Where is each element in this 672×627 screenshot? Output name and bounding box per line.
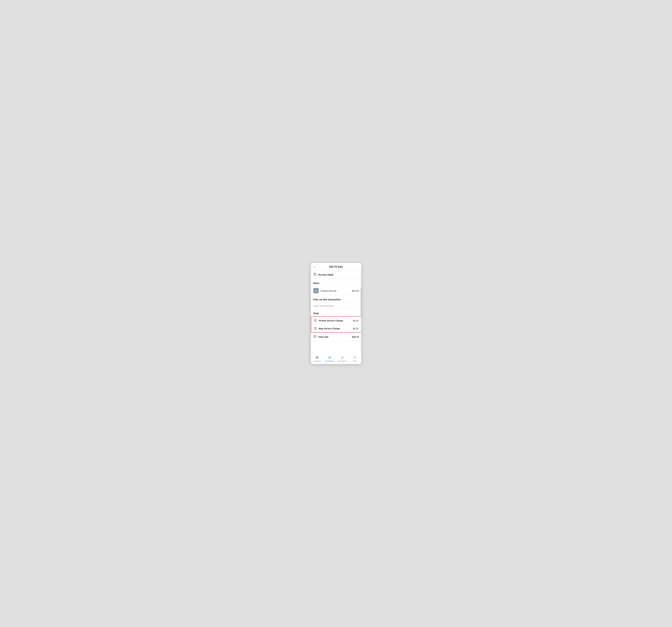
total-title: Total (313, 312, 359, 315)
receipt-list-icon (313, 273, 316, 277)
svg-rect-10 (314, 335, 316, 338)
bag-charge-label: Bag Service Charge (319, 327, 351, 330)
nav-item-notifications[interactable]: Notifications (336, 355, 349, 363)
receipt-row[interactable]: Receipt #5geE (311, 271, 361, 279)
plus-box-icon-1 (314, 319, 317, 322)
content-wrapper: Receipt #5geE Items Cu Custom Amount $10… (311, 271, 361, 354)
transactions-label: Transactions (325, 360, 334, 362)
item-name: Custom Amount (320, 289, 350, 292)
bag-charge-row: Bag Service Charge $0.50 (311, 325, 361, 332)
item-badge: Cu (313, 288, 319, 293)
pickup-charge-row: Pickup Service Charge $0.20 (311, 317, 361, 325)
total-section: Total (311, 310, 361, 315)
learn-more-fees[interactable]: Learn more about fees (313, 304, 359, 308)
total-sale-label: Total sale (318, 335, 350, 338)
svg-rect-15 (316, 357, 317, 359)
plus-box-icon-2 (314, 327, 317, 330)
pickup-charge-amount: $0.20 (353, 319, 359, 322)
more-label: More (353, 360, 357, 362)
page-title: $10.70 Sale (329, 265, 343, 268)
total-sale-icon (313, 335, 316, 339)
checkout-label: Checkout (314, 360, 320, 362)
nav-item-checkout[interactable]: Checkout (311, 355, 323, 363)
grid-icon (315, 356, 319, 359)
item-row: Cu Custom Amount $10.00 (311, 286, 361, 295)
receipt-number: Receipt #5geE (318, 273, 334, 276)
pickup-charge-label: Pickup Service Charge (319, 319, 351, 322)
content-scroll[interactable]: Receipt #5geE Items Cu Custom Amount $10… (311, 271, 361, 341)
nav-item-transactions[interactable]: Transactions (323, 355, 336, 363)
bag-charge-amount: $0.50 (353, 327, 359, 330)
bottom-nav: Checkout Transactions Noti (311, 354, 361, 364)
back-button[interactable]: ← (313, 265, 316, 268)
total-sale-row: Total sale $10.70 (311, 332, 361, 341)
header: ← $10.70 Sale (311, 263, 361, 271)
fees-section: Fees on this transaction Learn more abou… (311, 295, 361, 310)
svg-rect-14 (317, 356, 318, 357)
bell-icon (341, 356, 344, 359)
notifications-label: Notifications (338, 360, 347, 362)
svg-rect-13 (316, 356, 317, 357)
scrollbar-track (361, 271, 361, 354)
transactions-icon (328, 356, 331, 359)
items-section-header: Items (311, 279, 361, 286)
phone-frame: ← $10.70 Sale Receipt #5geE Ite (311, 263, 361, 364)
total-sale-amount: $10.70 (352, 335, 359, 338)
scrollbar-thumb[interactable] (361, 287, 361, 317)
item-price: $10.00 (352, 289, 359, 292)
fees-title: Fees on this transaction (313, 298, 359, 301)
svg-rect-16 (317, 357, 318, 359)
items-title: Items (313, 282, 319, 284)
menu-icon (353, 356, 357, 359)
highlighted-charges-block: Pickup Service Charge $0.20 Bag Service … (311, 316, 361, 332)
nav-item-more[interactable]: More (349, 355, 361, 363)
